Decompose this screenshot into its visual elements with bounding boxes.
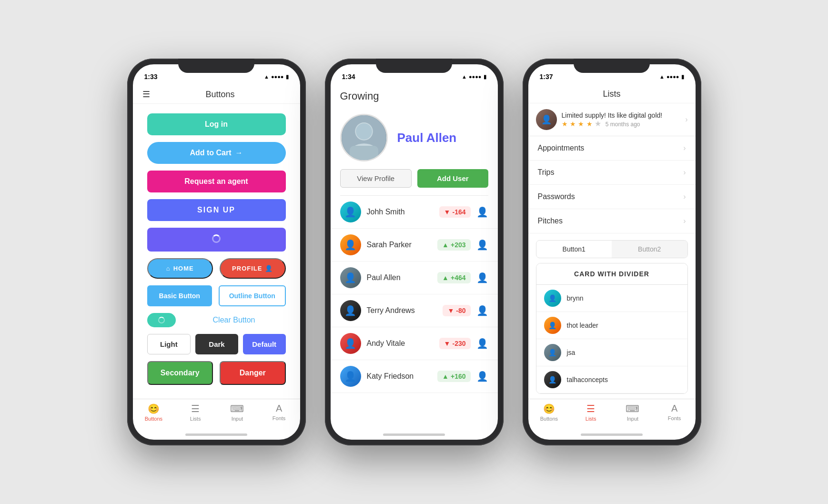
secondary-button[interactable]: Secondary bbox=[147, 361, 213, 385]
status-icons-2: ▲ ●●●● ▮ bbox=[462, 74, 486, 80]
outline-button[interactable]: Outline Button bbox=[219, 285, 286, 306]
battery-icon-2: ▮ bbox=[484, 74, 486, 80]
card-title: CARD WITH DIVIDER bbox=[536, 263, 687, 285]
card-name-3: talhaconcepts bbox=[567, 376, 608, 383]
profile-button[interactable]: PROFILE 👤 bbox=[220, 258, 286, 279]
login-button[interactable]: Log in bbox=[147, 113, 286, 135]
user-avatar-4: 👤 bbox=[340, 333, 361, 354]
list-label-1: Trips bbox=[538, 168, 684, 177]
score-val-3: -80 bbox=[456, 307, 465, 314]
tab-lists[interactable]: ☰ Lists bbox=[174, 403, 216, 422]
list-label-2: Passwords bbox=[538, 192, 684, 201]
list-item-4[interactable]: Updates › bbox=[528, 233, 696, 235]
home-profile-row: ⌂ HOME PROFILE 👤 bbox=[147, 258, 286, 279]
list-item-3[interactable]: Pitches › bbox=[528, 209, 696, 233]
user-avatar-5: 👤 bbox=[340, 366, 361, 387]
score-1: ▲ +203 bbox=[437, 239, 470, 251]
default-button[interactable]: Default bbox=[243, 334, 286, 354]
user-name-1: Sarah Parker bbox=[367, 241, 432, 249]
danger-button[interactable]: Danger bbox=[220, 361, 286, 385]
loading-button[interactable] bbox=[147, 228, 286, 252]
score-val-2: +464 bbox=[451, 274, 466, 282]
score-2: ▲ +464 bbox=[437, 272, 470, 283]
view-profile-button[interactable]: View Profile bbox=[340, 169, 412, 188]
user-row-5: 👤 Katy Friedson ▲ +160 👤 bbox=[331, 360, 498, 393]
promo-avatar: 👤 bbox=[536, 109, 557, 130]
svg-rect-4 bbox=[349, 146, 378, 161]
list-label-0: Appointments bbox=[538, 144, 684, 152]
screen-2: Growing Paul Allen Vi bbox=[331, 85, 498, 423]
promo-text: Limited supply! Its like digital gold! bbox=[562, 111, 681, 119]
cart-label: Add to Cart bbox=[190, 149, 231, 157]
tab3-buttons-icon: 😊 bbox=[543, 403, 555, 414]
tab3-fonts[interactable]: A Fonts bbox=[654, 403, 696, 422]
page-title-3: Lists bbox=[603, 89, 620, 99]
card-item-2: 👤 jsa bbox=[536, 339, 687, 366]
score-3: ▼ -80 bbox=[443, 305, 470, 316]
app-title: Growing bbox=[340, 90, 488, 102]
list-item-1[interactable]: Trips › bbox=[528, 161, 696, 185]
promo-time: 5 months ago bbox=[606, 121, 640, 128]
cart-button[interactable]: Add to Cart → bbox=[147, 142, 286, 164]
light-button[interactable]: Light bbox=[147, 334, 191, 354]
arrow-up-5: ▲ bbox=[442, 373, 449, 380]
tab3-input[interactable]: ⌨ Input bbox=[612, 403, 654, 422]
seg-button2[interactable]: Button2 bbox=[612, 241, 687, 258]
signup-button[interactable]: SIGN UP bbox=[147, 199, 286, 221]
list-item-2[interactable]: Passwords › bbox=[528, 185, 696, 209]
notch-3 bbox=[574, 59, 650, 73]
user-row-0: 👤 Johh Smith ▼ -164 👤 bbox=[331, 196, 498, 229]
user-avatar-0: 👤 bbox=[340, 202, 361, 222]
star-5: ★ bbox=[595, 120, 601, 128]
toggle-button[interactable] bbox=[147, 313, 176, 327]
basic-button[interactable]: Basic Button bbox=[147, 285, 212, 306]
battery-icon: ▮ bbox=[286, 74, 289, 80]
profile-name: Paul Allen bbox=[397, 131, 457, 145]
basic-outline-row: Basic Button Outline Button bbox=[147, 285, 286, 306]
phones-container: 1:33 ▲ ●●●● ▮ ☰ Buttons Log in bbox=[127, 59, 701, 445]
score-val-0: -164 bbox=[452, 208, 465, 216]
phone2-header: Growing bbox=[331, 85, 498, 104]
time-1: 1:33 bbox=[144, 73, 158, 81]
home-button[interactable]: ⌂ HOME bbox=[147, 258, 213, 279]
tab-buttons[interactable]: 😊 Buttons bbox=[133, 403, 175, 422]
profile-label: PROFILE bbox=[232, 265, 262, 272]
seg-button1[interactable]: Button1 bbox=[536, 241, 612, 258]
chevron-1: › bbox=[683, 168, 686, 177]
arrow-up-2: ▲ bbox=[442, 274, 449, 282]
add-user-button[interactable]: Add User bbox=[417, 169, 488, 188]
list-items: Appointments › Trips › Passwords › Pitch… bbox=[528, 136, 696, 235]
card-avatar-3: 👤 bbox=[544, 371, 561, 388]
list-item-0[interactable]: Appointments › bbox=[528, 136, 696, 161]
status-icons-3: ▲ ●●●● ▮ bbox=[659, 74, 684, 80]
time-3: 1:37 bbox=[540, 73, 553, 81]
tab3-lists[interactable]: ☰ Lists bbox=[570, 403, 612, 422]
fonts-tab-icon: A bbox=[276, 403, 282, 414]
tab-bar-3: 😊 Buttons ☰ Lists ⌨ Input A Fonts bbox=[528, 399, 696, 423]
card-name-2: jsa bbox=[567, 349, 576, 356]
home-indicator-2 bbox=[331, 423, 498, 440]
wifi-icon-2: ▲ bbox=[462, 74, 467, 80]
hamburger-icon[interactable]: ☰ bbox=[142, 89, 150, 100]
card-avatar-1: 👤 bbox=[544, 317, 561, 334]
clear-button[interactable]: Clear Button bbox=[182, 316, 286, 324]
arrow-down-4: ▼ bbox=[444, 340, 451, 347]
home-label: HOME bbox=[173, 265, 194, 272]
tab3-input-icon: ⌨ bbox=[626, 403, 639, 414]
dark-button[interactable]: Dark bbox=[195, 334, 238, 354]
lists-tab-icon: ☰ bbox=[191, 403, 200, 414]
tab3-buttons[interactable]: 😊 Buttons bbox=[528, 403, 570, 422]
promo-banner[interactable]: 👤 Limited supply! Its like digital gold!… bbox=[528, 103, 696, 136]
tab-input[interactable]: ⌨ Input bbox=[216, 403, 258, 422]
promo-content: Limited supply! Its like digital gold! ★… bbox=[562, 111, 681, 128]
agent-button[interactable]: Request an agent bbox=[147, 171, 286, 192]
tab-fonts[interactable]: A Fonts bbox=[258, 403, 300, 422]
signal-icon-3: ●●●● bbox=[666, 74, 679, 80]
status-icons-1: ▲ ●●●● ▮ bbox=[264, 74, 288, 80]
person-icon-4: 👤 bbox=[476, 338, 488, 349]
toggle-clear-row: Clear Button bbox=[147, 313, 286, 327]
user-avatar-1: 👤 bbox=[340, 234, 361, 255]
score-0: ▼ -164 bbox=[439, 206, 471, 218]
home-icon: ⌂ bbox=[166, 265, 171, 272]
user-row-1: 👤 Sarah Parker ▲ +203 👤 bbox=[331, 229, 498, 262]
